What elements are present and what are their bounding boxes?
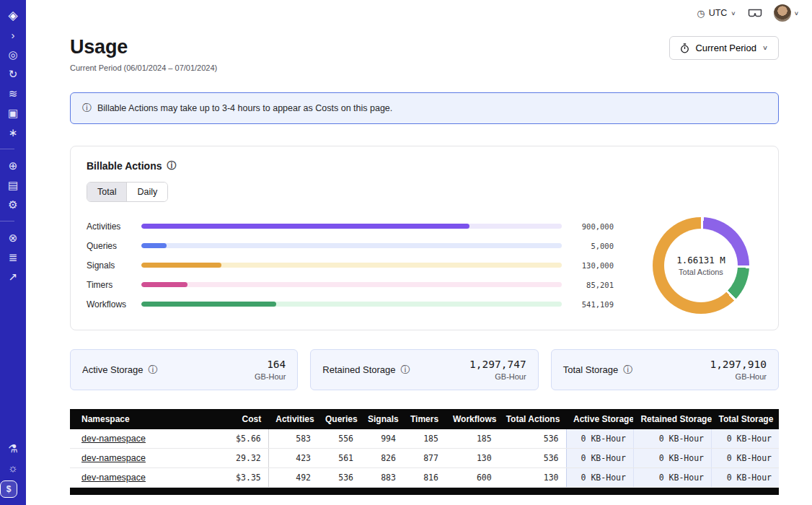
launch-icon[interactable]: ↗ — [0, 267, 26, 286]
info-icon[interactable]: ⓘ — [149, 364, 158, 377]
bar-fill — [141, 282, 187, 287]
cell-retained-storage: 0 KB-Hour — [633, 449, 711, 468]
cell-timers: 877 — [403, 449, 446, 468]
total-storage-unit: GB-Hour — [710, 372, 767, 381]
bar-row: Activities900,000 — [87, 216, 614, 236]
billable-actions-title: Billable Actions — [87, 160, 162, 172]
namespace-link[interactable]: dev-namespace — [81, 473, 146, 483]
active-storage-card: Active Storage ⓘ 164 GB-Hour — [70, 349, 298, 390]
namespaces-icon[interactable]: ◎ — [0, 45, 26, 64]
settings-icon[interactable]: ⚙ — [0, 195, 26, 214]
namespace-usage-table: NamespaceCostActivitiesQueriesSignalsTim… — [70, 409, 779, 488]
globe-icon[interactable]: ⊕ — [0, 156, 26, 175]
bar-value: 5,000 — [562, 242, 614, 250]
table-row: dev-namespace$3.354925368838166001300 KB… — [70, 468, 779, 488]
bar-label: Timers — [87, 280, 141, 290]
avatar — [774, 4, 791, 22]
tab-total[interactable]: Total — [87, 183, 127, 201]
bar-value: 130,000 — [562, 261, 614, 270]
total-actions-donut: 1.66131 M Total Actions — [640, 217, 762, 314]
bar-value: 85,201 — [562, 281, 614, 289]
column-header-queries: Queries — [318, 409, 361, 429]
info-icon[interactable]: ⓘ — [623, 364, 632, 377]
cell-namespace: dev-namespace — [70, 468, 219, 488]
bar-fill — [141, 243, 167, 248]
info-icon[interactable]: ⓘ — [167, 159, 177, 172]
cell-total-storage: 0 KB-Hour — [712, 449, 779, 468]
stopwatch-icon — [680, 43, 689, 53]
sidebar-groups: ◎↻≋▣∗⊕▤⚙⊗≣↗ — [0, 45, 26, 286]
deployments-icon[interactable]: ▣ — [0, 103, 26, 123]
cell-activities: 492 — [268, 468, 318, 488]
sidebar-top: ◈› — [0, 6, 26, 45]
donut-ring: 1.66131 M Total Actions — [653, 217, 749, 314]
timezone-selector[interactable]: ◷ UTC ∨ — [697, 8, 736, 19]
cell-queries: 561 — [318, 449, 361, 468]
active-storage-label: Active Storage — [82, 364, 144, 375]
retained-storage-unit: GB-Hour — [469, 372, 526, 381]
sidebar-bottom: ⚗☼$ — [0, 439, 26, 498]
cell-workflows: 130 — [446, 449, 499, 468]
active-storage-unit: GB-Hour — [255, 372, 286, 381]
namespace-link[interactable]: dev-namespace — [81, 453, 146, 463]
logo-icon[interactable]: ◈ — [0, 6, 26, 25]
retained-storage-card: Retained Storage ⓘ 1,297,747 GB-Hour — [310, 349, 538, 390]
cell-activities: 423 — [268, 449, 318, 468]
cell-active-storage: 0 KB-Hour — [566, 468, 633, 488]
layers-icon[interactable]: ≋ — [0, 84, 26, 103]
cell-active-storage: 0 KB-Hour — [566, 429, 633, 449]
info-banner-text: Billable Actions may take up to 3-4 hour… — [97, 103, 392, 113]
cell-namespace: dev-namespace — [70, 449, 219, 468]
column-header-namespace: Namespace — [70, 409, 219, 429]
billing-panel-icon[interactable]: ▤ — [0, 175, 26, 195]
cell-total-actions: 130 — [499, 468, 566, 488]
user-menu[interactable]: ∨ — [774, 4, 799, 22]
cell-retained-storage: 0 KB-Hour — [633, 429, 711, 449]
bar-label: Queries — [87, 241, 141, 251]
history-icon[interactable]: ↻ — [0, 64, 26, 84]
cell-signals: 826 — [361, 449, 403, 468]
cell-cost: $3.35 — [219, 468, 268, 488]
limits-icon[interactable]: ⊗ — [0, 228, 26, 247]
bar-track — [141, 302, 562, 307]
cell-queries: 536 — [318, 468, 361, 488]
integrations-icon[interactable]: ∗ — [0, 123, 26, 142]
lab-icon[interactable]: ⚗ — [0, 439, 26, 458]
sidebar-divider — [0, 221, 14, 221]
column-header-total-actions: Total Actions — [499, 409, 566, 429]
column-header-activities: Activities — [268, 409, 318, 429]
retained-storage-value: 1,297,747 — [469, 359, 526, 370]
theme-icon[interactable]: ☼ — [0, 458, 26, 478]
cell-workflows: 185 — [446, 429, 499, 449]
namespace-usage-table-wrap: NamespaceCostActivitiesQueriesSignalsTim… — [70, 409, 779, 495]
chevron-down-icon: ∨ — [762, 44, 768, 51]
goggles-icon[interactable] — [748, 9, 762, 18]
bar-row: Queries5,000 — [87, 236, 614, 255]
cell-signals: 883 — [361, 468, 403, 488]
bar-track — [141, 243, 562, 248]
period-button-label: Current Period — [695, 43, 756, 53]
donut-center: 1.66131 M Total Actions — [664, 229, 738, 302]
bar-fill — [141, 263, 221, 268]
usage-icon[interactable]: $ — [0, 480, 17, 498]
info-icon[interactable]: ⓘ — [401, 364, 410, 377]
period-selector-button[interactable]: Current Period ∨ — [669, 36, 779, 60]
docs-icon[interactable]: ≣ — [0, 247, 26, 267]
cell-timers: 816 — [403, 468, 446, 488]
total-storage-card: Total Storage ⓘ 1,297,910 GB-Hour — [551, 349, 779, 390]
main-content: Usage Current Period (06/01/2024 – 07/01… — [26, 0, 812, 495]
namespace-link[interactable]: dev-namespace — [81, 434, 146, 444]
column-header-signals: Signals — [361, 409, 403, 429]
table-header-row: NamespaceCostActivitiesQueriesSignalsTim… — [70, 409, 779, 429]
bar-row: Timers85,201 — [87, 275, 614, 294]
collapse-icon[interactable]: › — [0, 25, 26, 45]
cell-total-storage: 0 KB-Hour — [712, 468, 779, 488]
topbar: ◷ UTC ∨ ∨ — [26, 0, 812, 26]
cell-namespace: dev-namespace — [70, 429, 219, 449]
bar-row: Workflows541,109 — [87, 294, 614, 314]
info-banner: ⓘ Billable Actions may take up to 3-4 ho… — [70, 92, 779, 124]
donut-total-value: 1.66131 M — [676, 255, 725, 265]
cell-signals: 994 — [361, 429, 403, 449]
billable-actions-card: Billable Actions ⓘ Total Daily Activitie… — [70, 146, 779, 330]
tab-daily[interactable]: Daily — [127, 183, 167, 201]
